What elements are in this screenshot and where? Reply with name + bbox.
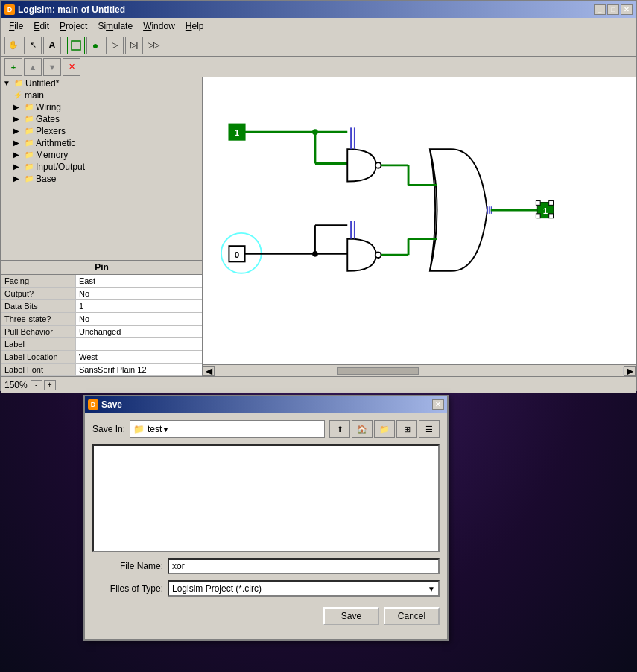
prop-value-labellocation[interactable]: West (76, 351, 202, 363)
delete-item-button[interactable]: ✕ (63, 58, 80, 76)
or-gate (430, 149, 487, 271)
tree-label-plexers: Plexers (36, 126, 66, 136)
project-tree: ▼ 📁 Untitled* ⚡ main ▶ 📁 Wiring (1, 77, 202, 260)
properties-header: Pin (1, 261, 202, 275)
tree-item-untitled[interactable]: ▼ 📁 Untitled* (1, 77, 202, 89)
prop-label-facing: Facing (1, 275, 76, 287)
expand-icon-gates: ▶ (13, 115, 22, 124)
tree-item-memory[interactable]: ▶ 📁 Memory (12, 149, 202, 161)
scroll-left-btn[interactable]: ◀ (203, 366, 215, 376)
sim-step-button[interactable]: ▷| (125, 37, 143, 54)
sim-log-button[interactable]: ▷▷ (145, 37, 162, 54)
prop-value-label[interactable] (76, 338, 202, 350)
tree-label-memory: Memory (36, 150, 68, 160)
circuit-icon (71, 40, 81, 51)
hand-tool-button[interactable]: ✋ (4, 37, 22, 54)
menu-project[interactable]: Project (55, 19, 92, 33)
tree-item-main[interactable]: ⚡ main (12, 89, 202, 101)
prop-output: Output? No (1, 288, 202, 300)
dialog-title-left: D Save (88, 399, 122, 410)
up-folder-button[interactable]: ⬆ (329, 420, 350, 438)
tree-item-arithmetic[interactable]: ▶ 📁 Arithmetic (12, 137, 202, 149)
prop-facing: Facing East (1, 275, 202, 288)
save-button[interactable]: Save (323, 607, 379, 625)
maximize-button[interactable]: □ (607, 4, 619, 15)
home-button[interactable]: 🏠 (352, 420, 373, 438)
expand-icon: ▼ (3, 79, 12, 88)
new-circuit-button[interactable] (67, 37, 85, 54)
zoom-in-btn[interactable]: + (44, 380, 56, 390)
move-down-button[interactable]: ▼ (43, 58, 61, 76)
tree-item-plexers[interactable]: ▶ 📁 Plexers (12, 125, 202, 137)
app-icon: D (4, 4, 15, 15)
sim-toggle-button[interactable]: ● (86, 37, 104, 54)
prop-label-output: Output? (1, 288, 76, 299)
circuit-node-icon: ⚡ (13, 91, 22, 100)
handle-bl (536, 214, 540, 218)
folder-icon-io: 📁 (25, 162, 34, 171)
filename-row: File Name: (92, 558, 440, 574)
expand-icon-base: ▶ (13, 174, 22, 183)
handle-tl (536, 201, 540, 206)
tree-label-io: Input/Output (36, 162, 85, 172)
tree-item-gates[interactable]: ▶ 📁 Gates (12, 113, 202, 125)
dialog-close-button[interactable]: ✕ (432, 399, 444, 410)
scrollbar-track-h (215, 367, 624, 375)
menu-bar: File Edit Project Simulate Window Help (1, 18, 636, 34)
tree-item-wiring[interactable]: ▶ 📁 Wiring (12, 101, 202, 113)
circuit-svg: 1 1 0 (203, 77, 636, 364)
menu-help[interactable]: Help (181, 19, 209, 33)
circuit-canvas-area[interactable]: 1 1 0 (203, 77, 636, 364)
minimize-button[interactable]: _ (594, 4, 606, 15)
prop-value-threestate[interactable]: No (76, 313, 202, 325)
file-browser[interactable] (92, 444, 440, 552)
cancel-button[interactable]: Cancel (384, 607, 440, 625)
filename-input[interactable] (168, 558, 440, 574)
detail-view-button[interactable]: ☰ (419, 420, 440, 438)
filetype-dropdown[interactable]: Logisim Project (*.circ) ▼ (168, 580, 440, 597)
menu-edit[interactable]: Edit (29, 19, 54, 33)
list-view-button[interactable]: ⊞ (396, 420, 417, 438)
tree-label-arithmetic: Arithmetic (36, 138, 75, 148)
and1-not-circle (375, 162, 381, 168)
handle-br (549, 214, 554, 218)
prop-label-label: Label (1, 338, 76, 350)
zoom-out-btn[interactable]: - (31, 380, 42, 390)
prop-databits: Data Bits 1 (1, 300, 202, 313)
toolbar: ✋ ↖ A ● ▷ ▷| ▷▷ (1, 34, 636, 57)
prop-value-databits[interactable]: 1 (76, 300, 202, 312)
prop-value-labelfont[interactable]: SansSerif Plain 12 (76, 364, 202, 375)
menu-simulate[interactable]: Simulate (93, 19, 137, 33)
pin1-value: 1 (235, 128, 240, 137)
folder-icon-arithmetic: 📁 (25, 139, 34, 148)
scroll-right-btn[interactable]: ▶ (624, 366, 636, 376)
horizontal-scrollbar[interactable]: ◀ ▶ (203, 364, 636, 376)
add-tree-item[interactable]: + (4, 58, 22, 76)
window-title: Logisim: main of Untitled (18, 4, 125, 15)
output-pin-value: 1 (543, 206, 548, 215)
sim-play-button[interactable]: ▷ (106, 37, 124, 54)
select-tool-button[interactable]: ↖ (24, 37, 42, 54)
close-button[interactable]: ✕ (621, 4, 633, 15)
text-tool-button[interactable]: A (43, 37, 61, 54)
left-panel: ▼ 📁 Untitled* ⚡ main ▶ 📁 Wiring (1, 77, 203, 376)
tree-item-inputoutput[interactable]: ▶ 📁 Input/Output (12, 161, 202, 173)
canvas-container: 1 1 0 (203, 77, 636, 376)
pin0-value: 0 (235, 250, 239, 259)
filetype-row: Files of Type: Logisim Project (*.circ) … (92, 580, 440, 597)
folder-icon-plexers: 📁 (25, 127, 34, 136)
scrollbar-thumb-h[interactable] (337, 367, 419, 375)
prop-value-facing[interactable]: East (76, 275, 202, 287)
prop-label-labelfont: Label Font (1, 364, 76, 375)
save-in-dropdown[interactable]: 📁 test ▼ (130, 420, 325, 438)
menu-window[interactable]: Window (139, 19, 180, 33)
new-folder-button[interactable]: 📁 (374, 420, 395, 438)
prop-value-output[interactable]: No (76, 288, 202, 299)
move-up-button[interactable]: ▲ (24, 58, 42, 76)
prop-value-pull[interactable]: Unchanged (76, 326, 202, 337)
prop-label: Label (1, 338, 202, 351)
menu-file[interactable]: File (4, 19, 28, 33)
filename-label: File Name: (92, 561, 163, 571)
main-window: D Logisim: main of Untitled _ □ ✕ File E… (0, 0, 637, 391)
tree-item-base[interactable]: ▶ 📁 Base (12, 173, 202, 185)
